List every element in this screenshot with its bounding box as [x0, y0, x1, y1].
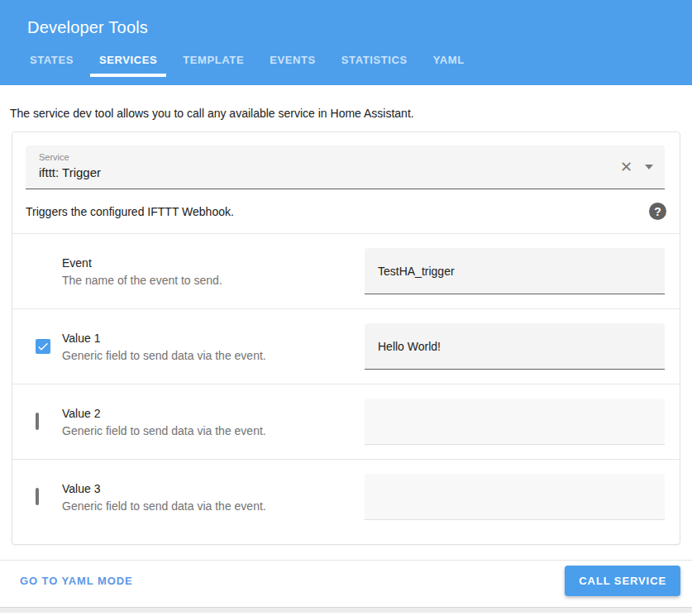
field-name: Value 1 [62, 332, 266, 345]
value3-input[interactable] [365, 474, 665, 520]
service-picker-icons: ✕ [620, 146, 653, 189]
service-description-row: Triggers the configured IFTTT Webhook. ? [12, 189, 680, 233]
value2-checkbox[interactable] [36, 413, 39, 430]
value2-input[interactable] [365, 399, 665, 445]
bottom-strip [0, 607, 692, 613]
chevron-down-icon[interactable] [645, 165, 653, 170]
field-description: Generic field to send data via the event… [62, 349, 266, 362]
service-call-card: Service ifttt: Trigger ✕ Triggers the co… [12, 131, 680, 545]
tab-states[interactable]: STATES [21, 43, 83, 77]
tab-template[interactable]: TEMPLATE [174, 43, 253, 77]
field-description: Generic field to send data via the event… [62, 499, 266, 513]
field-row-value3: Value 3 Generic field to send data via t… [12, 460, 680, 534]
tab-statistics[interactable]: STATISTICS [332, 43, 417, 77]
service-picker-value: ifttt: Trigger [39, 165, 607, 179]
field-row-value3-left: Value 3 Generic field to send data via t… [36, 482, 365, 513]
clear-icon[interactable]: ✕ [620, 160, 632, 174]
field-name: Value 2 [62, 407, 266, 420]
tab-events[interactable]: EVENTS [260, 43, 325, 77]
field-row-event: Event The name of the event to send. Tes… [12, 234, 680, 308]
action-bar: GO TO YAML MODE CALL SERVICE [0, 560, 692, 601]
service-picker[interactable]: Service ifttt: Trigger ✕ [26, 146, 665, 189]
value3-checkbox[interactable] [36, 488, 39, 505]
tab-yaml[interactable]: YAML [424, 43, 474, 77]
event-input[interactable]: TestHA_trigger [365, 248, 665, 294]
field-row-value2-left: Value 2 Generic field to send data via t… [36, 407, 365, 437]
page-title: Developer Tools [0, 0, 692, 37]
value1-checkbox[interactable] [36, 339, 50, 354]
field-row-event-left: Event The name of the event to send. [36, 256, 365, 287]
field-name: Event [62, 256, 222, 270]
help-icon[interactable]: ? [649, 203, 666, 220]
service-description: Triggers the configured IFTTT Webhook. [26, 205, 234, 218]
checkmark-icon [36, 340, 50, 353]
service-picker-label: Service [39, 152, 607, 162]
field-row-value1-left: Value 1 Generic field to send data via t… [36, 332, 365, 362]
field-name: Value 3 [62, 482, 266, 495]
tab-services[interactable]: SERVICES [90, 43, 166, 77]
field-row-value1: Value 1 Generic field to send data via t… [12, 309, 680, 384]
field-row-value2: Value 2 Generic field to send data via t… [12, 384, 680, 459]
tab-bar: STATES SERVICES TEMPLATE EVENTS STATISTI… [0, 43, 692, 77]
go-to-yaml-mode-button[interactable]: GO TO YAML MODE [20, 575, 133, 587]
intro-text: The service dev tool allows you to call … [0, 85, 692, 131]
field-description: The name of the event to send. [62, 274, 222, 287]
app-header: Developer Tools STATES SERVICES TEMPLATE… [0, 0, 692, 85]
call-service-button[interactable]: CALL SERVICE [565, 566, 680, 596]
field-description: Generic field to send data via the event… [62, 424, 266, 437]
value1-input[interactable]: Hello World! [365, 323, 665, 370]
